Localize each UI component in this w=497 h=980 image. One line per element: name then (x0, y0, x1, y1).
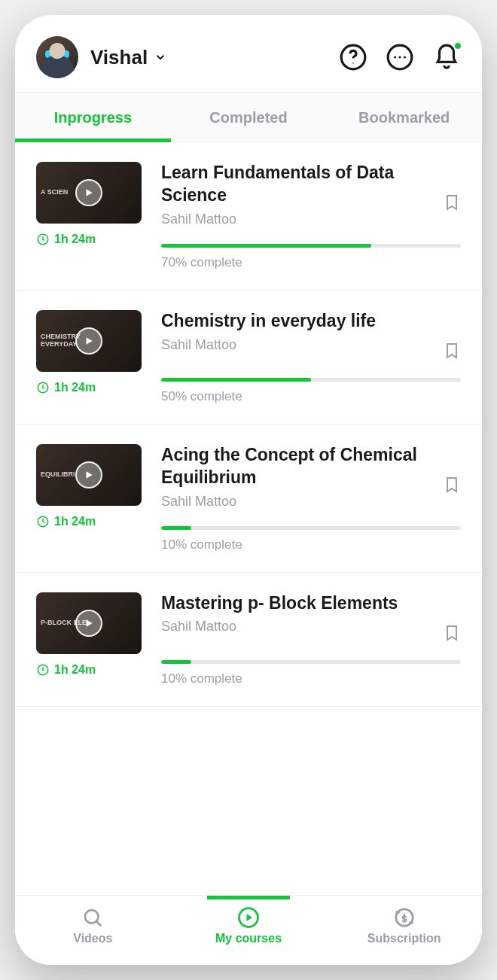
course-title: Learn Fundamentals of Data Science (161, 162, 431, 207)
thumb-text: CHEMISTRYEVERYDAY (41, 333, 81, 348)
svg-line-15 (96, 921, 101, 926)
course-info: Acing the Concept of Chemical Equilibriu… (161, 444, 461, 552)
bottom-nav: Videos My courses Subscription (15, 895, 482, 965)
course-thumbnail[interactable]: a Scien (36, 162, 142, 224)
thumb-column: a Scien 1h 24m (36, 162, 142, 270)
thumb-column: EQUILIBRI 1h 24m (36, 444, 142, 552)
clock-icon (36, 663, 50, 677)
course-thumbnail[interactable]: CHEMISTRYEVERYDAY (36, 310, 142, 372)
progress-fill (161, 660, 191, 664)
svg-point-5 (404, 56, 406, 58)
svg-marker-10 (87, 471, 93, 478)
svg-marker-8 (87, 337, 93, 344)
thumb-column: CHEMISTRYEVERYDAY 1h 24m (36, 310, 142, 404)
refresh-dollar-icon (393, 906, 416, 929)
svg-marker-12 (87, 619, 93, 626)
nav-subscription[interactable]: Subscription (326, 906, 482, 945)
duration-text: 1h 24m (54, 233, 96, 246)
thumb-text: EQUILIBRI (41, 471, 75, 479)
progress-fill (161, 244, 371, 248)
course-row[interactable]: EQUILIBRI 1h 24m Acing the Concept of Ch… (15, 425, 482, 573)
course-row[interactable]: CHEMISTRYEVERYDAY 1h 24m Chemistry in ev… (15, 291, 482, 425)
header: Vishal (15, 15, 482, 92)
play-icon (75, 610, 102, 637)
course-author: Sahil Mattoo (161, 337, 431, 353)
bookmark-icon[interactable] (443, 622, 461, 644)
course-thumbnail[interactable]: p-BLOCK ELE (36, 592, 142, 654)
avatar[interactable] (36, 36, 78, 78)
course-info: Mastering p- Block Elements Sahil Mattoo… (161, 592, 461, 686)
tab-bookmarked[interactable]: Bookmarked (326, 93, 482, 142)
course-info: Learn Fundamentals of Data Science Sahil… (161, 162, 461, 270)
clock-icon (36, 515, 50, 528)
help-icon[interactable] (339, 43, 367, 72)
progress-fill (161, 526, 191, 530)
tab-inprogress[interactable]: Inprogress (15, 93, 171, 142)
progress-bar (161, 526, 461, 530)
play-icon (75, 179, 102, 206)
progress-bar (161, 660, 461, 664)
course-duration: 1h 24m (36, 381, 142, 394)
completion-label: 10% complete (161, 671, 461, 686)
completion-label: 10% complete (161, 537, 461, 552)
progress-bar (161, 378, 461, 382)
completion-label: 50% complete (161, 389, 461, 404)
course-duration: 1h 24m (36, 663, 142, 677)
play-icon (75, 461, 102, 488)
duration-text: 1h 24m (54, 381, 96, 394)
svg-point-3 (394, 56, 396, 58)
course-tabs: Inprogress Completed Bookmarked (15, 92, 482, 142)
course-info: Chemistry in everyday life Sahil Mattoo … (161, 310, 461, 404)
course-row[interactable]: p-BLOCK ELE 1h 24m Mastering p- Block El… (15, 573, 482, 707)
course-author: Sahil Mattoo (161, 494, 431, 510)
svg-marker-17 (247, 914, 253, 921)
thumb-column: p-BLOCK ELE 1h 24m (36, 592, 142, 686)
course-thumbnail[interactable]: EQUILIBRI (36, 444, 142, 506)
nav-videos[interactable]: Videos (15, 906, 171, 945)
thumb-text: a Scien (41, 189, 68, 196)
svg-point-4 (398, 56, 401, 58)
course-title: Chemistry in everyday life (161, 310, 431, 333)
svg-marker-6 (87, 189, 93, 196)
completion-label: 70% complete (161, 255, 461, 270)
nav-label: Videos (73, 932, 112, 945)
clock-icon (36, 233, 50, 246)
svg-point-1 (352, 62, 354, 64)
svg-point-14 (85, 910, 99, 924)
course-list[interactable]: a Scien 1h 24m Learn Fundamentals of Dat… (15, 142, 482, 895)
nav-my-courses[interactable]: My courses (171, 906, 327, 945)
course-author: Sahil Mattoo (161, 619, 431, 635)
course-title: Acing the Concept of Chemical Equilibriu… (161, 444, 431, 489)
notification-dot (453, 41, 462, 50)
clock-icon (36, 381, 50, 394)
app-screen: Vishal Inprogress Completed Bookmarked a… (15, 15, 482, 965)
play-icon (75, 327, 102, 355)
bookmark-icon[interactable] (443, 340, 461, 361)
bookmark-icon[interactable] (443, 192, 461, 213)
chat-icon[interactable] (386, 43, 414, 72)
play-circle-icon (237, 906, 260, 929)
course-duration: 1h 24m (36, 515, 142, 528)
notifications-button[interactable] (414, 43, 461, 72)
nav-label: Subscription (367, 932, 441, 945)
tab-completed[interactable]: Completed (171, 93, 327, 142)
course-title: Mastering p- Block Elements (161, 592, 431, 615)
course-duration: 1h 24m (36, 233, 142, 246)
progress-bar (161, 244, 461, 248)
search-icon (81, 906, 104, 929)
duration-text: 1h 24m (54, 663, 96, 677)
bookmark-icon[interactable] (443, 474, 461, 495)
duration-text: 1h 24m (54, 515, 96, 528)
progress-fill (161, 378, 311, 382)
chevron-down-icon[interactable] (154, 50, 167, 64)
user-name[interactable]: Vishal (90, 46, 148, 69)
course-row[interactable]: a Scien 1h 24m Learn Fundamentals of Dat… (15, 142, 482, 291)
nav-label: My courses (215, 932, 282, 945)
course-author: Sahil Mattoo (161, 212, 431, 227)
